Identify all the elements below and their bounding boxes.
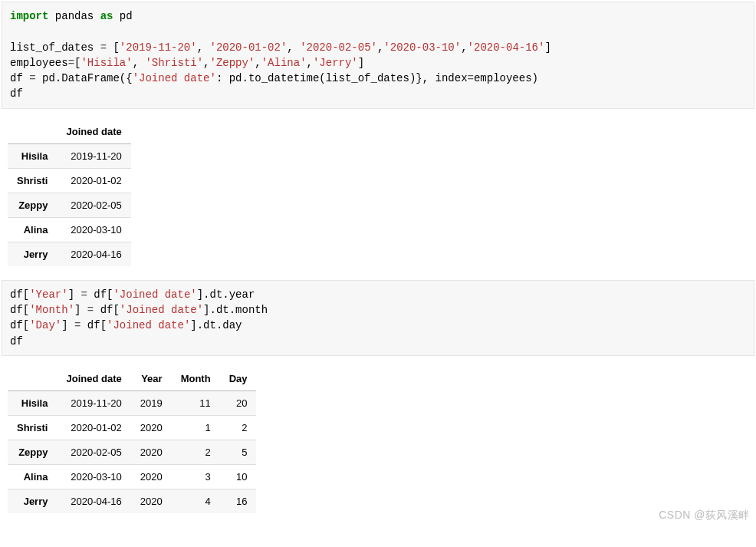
code-cell-2: df['Year'] = df['Joined date'].dt.year d…	[2, 280, 754, 356]
table-cell: 2020	[131, 440, 172, 464]
kw-as: as	[100, 10, 113, 22]
col-header: Year	[131, 367, 172, 391]
col-header: Joined date	[57, 120, 130, 144]
table-cell: 2020	[131, 464, 172, 489]
table-cell: 2	[172, 440, 220, 464]
table-row: Hisila2019-11-20	[8, 143, 131, 168]
row-index: Hisila	[8, 143, 57, 168]
table-cell: 2020-02-05	[57, 440, 130, 464]
table-cell: 5	[220, 440, 257, 464]
table-cell: 1	[172, 415, 220, 440]
table-row: Shristi2020-01-02202012	[8, 415, 256, 440]
col-header: Joined date	[57, 367, 130, 391]
row-index: Shristi	[8, 168, 57, 193]
row-index: Hisila	[8, 390, 57, 415]
table-row: Hisila2019-11-2020191120	[8, 390, 256, 415]
table-cell: 3	[172, 464, 220, 489]
table-cell: 2020-04-16	[57, 242, 130, 266]
table-cell: 2019	[131, 390, 172, 415]
row-index: Zeppy	[8, 440, 57, 464]
kw-import: import	[10, 10, 48, 22]
table-cell: 10	[220, 464, 257, 489]
table-row: Shristi2020-01-02	[8, 168, 131, 193]
table-cell: 2019-11-20	[57, 143, 130, 168]
row-index: Shristi	[8, 415, 57, 440]
col-header: Month	[172, 367, 220, 391]
table-row: Jerry2020-04-162020416	[8, 489, 256, 513]
table-row: Alina2020-03-10	[8, 217, 131, 242]
table-cell: 2020	[131, 415, 172, 440]
table-cell: 20	[220, 390, 257, 415]
table-cell: 2019-11-20	[57, 390, 130, 415]
dataframe-table-1: Joined date Hisila2019-11-20Shristi2020-…	[8, 120, 131, 266]
dataframe-table-2: Joined date Year Month Day Hisila2019-11…	[8, 367, 256, 513]
row-index: Jerry	[8, 242, 57, 266]
row-index: Jerry	[8, 489, 57, 513]
table-cell: 11	[172, 390, 220, 415]
table-row: Jerry2020-04-16	[8, 242, 131, 266]
table-cell: 2020-03-10	[57, 464, 130, 489]
table-cell: 2020-04-16	[57, 489, 130, 513]
table-row: Alina2020-03-102020310	[8, 464, 256, 489]
table-cell: 2020-01-02	[57, 415, 130, 440]
code-cell-1: import pandas as pd list_of_dates = ['20…	[2, 2, 754, 109]
table-cell: 2020	[131, 489, 172, 513]
row-index: Alina	[8, 464, 57, 489]
table-cell: 2020-03-10	[57, 217, 130, 242]
table-corner	[8, 367, 57, 391]
row-index: Zeppy	[8, 193, 57, 217]
row-index: Alina	[8, 217, 57, 242]
table-row: Zeppy2020-02-05202025	[8, 440, 256, 464]
table-cell: 2	[220, 415, 257, 440]
table-corner	[8, 120, 57, 144]
table-cell: 2020-02-05	[57, 193, 130, 217]
table-row: Zeppy2020-02-05	[8, 193, 131, 217]
col-header: Day	[220, 367, 257, 391]
table-cell: 4	[172, 489, 220, 513]
table-cell: 16	[220, 489, 257, 513]
watermark: CSDN @荻风溪畔	[659, 509, 750, 522]
table-cell: 2020-01-02	[57, 168, 130, 193]
